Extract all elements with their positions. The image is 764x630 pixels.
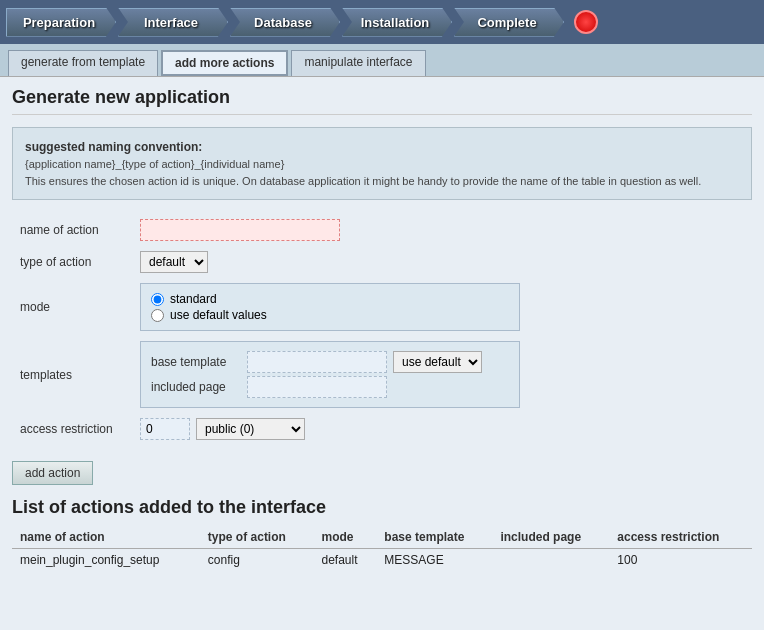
row-included-page [492,549,609,572]
row-mode: default [313,549,376,572]
nav-step-interface-label: Interface [144,15,198,30]
base-template-input[interactable] [247,351,387,373]
type-of-action-cell: default config display form [132,246,752,278]
nav-step-complete[interactable]: Complete [454,8,564,37]
mode-radio-standard-row: standard [151,292,509,306]
type-of-action-label: type of action [12,246,132,278]
use-default-select[interactable]: use default [393,351,482,373]
sub-tabs: generate from template add more actions … [0,44,764,77]
included-page-row: included page [151,376,509,398]
form-row-mode: mode standard use default values [12,278,752,336]
page-title: Generate new application [12,87,752,115]
nav-step-database[interactable]: Database [230,8,340,37]
add-action-button[interactable]: add action [12,461,93,485]
name-of-action-cell [132,214,752,246]
name-of-action-label: name of action [12,214,132,246]
col-access-restriction: access restriction [609,526,752,549]
list-table-header: name of action type of action mode base … [12,526,752,549]
row-type-of-action: config [200,549,314,572]
templates-label: templates [12,336,132,413]
form-row-name-of-action: name of action [12,214,752,246]
base-template-row: base template use default [151,351,509,373]
form-row-templates: templates base template use default [12,336,752,413]
nav-step-interface[interactable]: Interface [118,8,228,37]
nav-step-installation[interactable]: Installation [342,8,452,37]
mode-label: mode [12,278,132,336]
form-row-access-restriction: access restriction public (0) registered… [12,413,752,445]
mode-cell: standard use default values [132,278,752,336]
included-page-label: included page [151,380,241,394]
mode-radio-default-label: use default values [170,308,267,322]
access-restriction-row: public (0) registered (10) admin (100) [140,418,744,440]
col-included-page: included page [492,526,609,549]
action-form: name of action type of action default co… [12,214,752,445]
mode-radio-standard-label: standard [170,292,217,306]
templates-cell: base template use default included page [132,336,752,413]
naming-convention-heading: suggested naming convention: [25,138,739,156]
row-name-of-action: mein_plugin_config_setup [12,549,200,572]
form-row-type-of-action: type of action default config display fo… [12,246,752,278]
name-of-action-input[interactable] [140,219,340,241]
col-base-template: base template [376,526,492,549]
use-default-select-wrap: use default [393,351,482,373]
access-restriction-input[interactable] [140,418,190,440]
subtab-manipulate-interface[interactable]: manipulate interface [291,50,425,76]
nav-step-preparation-label: Preparation [23,15,95,30]
base-template-label: base template [151,355,241,369]
subtab-add-more-actions[interactable]: add more actions [161,50,288,76]
naming-convention-box: suggested naming convention: {applicatio… [12,127,752,200]
top-nav: Preparation Interface Database Installat… [0,0,764,44]
access-restriction-select[interactable]: public (0) registered (10) admin (100) [196,418,305,440]
naming-convention-format: {application name}_{type of action}_{ind… [25,156,739,173]
mode-box: standard use default values [140,283,520,331]
table-row: mein_plugin_config_setup config default … [12,549,752,572]
main-content: Generate new application suggested namin… [0,77,764,630]
row-access-restriction: 100 [609,549,752,572]
nav-step-database-label: Database [254,15,312,30]
mode-radio-default-row: use default values [151,308,509,322]
mode-radio-standard[interactable] [151,293,164,306]
included-page-input[interactable] [247,376,387,398]
col-mode: mode [313,526,376,549]
access-restriction-label: access restriction [12,413,132,445]
type-of-action-select[interactable]: default config display form [140,251,208,273]
nav-step-complete-label: Complete [477,15,536,30]
col-type-of-action: type of action [200,526,314,549]
access-restriction-cell: public (0) registered (10) admin (100) [132,413,752,445]
actions-list-table: name of action type of action mode base … [12,526,752,571]
nav-step-preparation[interactable]: Preparation [6,8,116,37]
nav-step-installation-label: Installation [361,15,430,30]
list-table-body: mein_plugin_config_setup config default … [12,549,752,572]
row-base-template: MESSAGE [376,549,492,572]
list-title: List of actions added to the interface [12,497,752,518]
subtab-generate-from-template[interactable]: generate from template [8,50,158,76]
nav-icon [574,10,598,34]
mode-radio-use-default[interactable] [151,309,164,322]
templates-box: base template use default included page [140,341,520,408]
col-name-of-action: name of action [12,526,200,549]
naming-convention-description: This ensures the chosen action id is uni… [25,173,739,190]
